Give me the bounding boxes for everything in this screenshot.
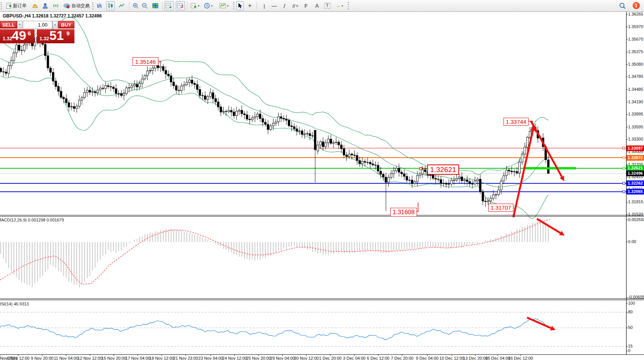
vertical-line-tool-button[interactable]: | xyxy=(261,1,267,10)
macd-label: MACD(12,26,9) 0.001298 0.001679 xyxy=(0,218,64,222)
new-chart-button[interactable]: ▾ xyxy=(190,1,200,10)
auto-scroll-icon xyxy=(166,3,172,9)
price-axis-tick: 1.33895 xyxy=(628,112,643,116)
rsi-axis-tick: 15 xyxy=(628,344,633,348)
new-order-label: 新订单 xyxy=(13,3,27,9)
bar-chart-mode-button[interactable] xyxy=(96,1,103,10)
price-axis-tick: 1.33595 xyxy=(628,125,643,129)
chart-shift-icon xyxy=(177,3,184,9)
toolbar-separator xyxy=(129,2,130,10)
date-axis-label: 10 Dec 12:00 xyxy=(439,356,464,360)
alerts-button[interactable] xyxy=(52,1,60,10)
channel-tool-button[interactable]: // E xyxy=(291,1,300,10)
candlestick-mode-button[interactable] xyxy=(106,1,115,10)
cursor-tool-button[interactable] xyxy=(236,1,244,10)
search-icon xyxy=(619,2,626,9)
arrows-tool-button[interactable]: → ▾ xyxy=(334,1,345,10)
sell-price-box[interactable]: 1.32 49 6 xyxy=(0,29,35,43)
candlestick-icon xyxy=(107,3,114,9)
buy-price-box[interactable]: 1.32 51 9 xyxy=(37,29,74,43)
toolbar-separator xyxy=(187,2,188,10)
macd-axis-tick: 0.002592 xyxy=(628,217,644,222)
toolbar-grip[interactable] xyxy=(348,2,350,9)
clock-icon xyxy=(204,3,210,9)
new-order-icon xyxy=(6,3,12,9)
autotrading-button[interactable]: 自动交易 xyxy=(63,1,90,10)
price-annotation[interactable]: 1.31608 xyxy=(390,208,417,217)
macd-name: MACD(12,26,9) xyxy=(0,218,27,222)
market-watch-button[interactable] xyxy=(31,1,39,10)
date-axis-label: 23 Nov 04:00 xyxy=(198,356,223,360)
profiles-button[interactable]: ▾ xyxy=(203,1,213,10)
zoom-in-button[interactable] xyxy=(132,1,140,10)
macd-main-value: 0.001298 xyxy=(28,218,45,222)
indicators-icon xyxy=(219,3,226,9)
fibonacci-tool-button[interactable]: F xyxy=(302,1,310,10)
bar-chart-icon xyxy=(96,3,103,9)
new-order-button[interactable]: 新订单 xyxy=(5,1,27,10)
horizontal-line-tool-button[interactable]: — xyxy=(270,1,278,10)
person-icon xyxy=(42,3,48,9)
cursor-icon xyxy=(237,3,243,9)
rsi-label: RSI(14) 46.9313 xyxy=(0,302,29,306)
chart-canvas[interactable] xyxy=(0,11,644,362)
search-button[interactable] xyxy=(618,1,627,10)
broadcast-icon xyxy=(53,3,59,9)
rsi-axis-tick: 80 xyxy=(628,310,633,314)
text-tool-button[interactable]: A xyxy=(314,1,320,10)
chevron-down-icon: ▾ xyxy=(227,4,229,8)
autotrading-icon xyxy=(63,3,70,9)
toolbar-grip[interactable] xyxy=(233,2,235,9)
mt4-terminal: { "toolbar": { "new_order_label": "新订单",… xyxy=(0,0,644,362)
volume-increase-button[interactable]: ▲ xyxy=(52,21,58,28)
toolbar-separator xyxy=(257,2,257,10)
price-axis-tick: 1.35970 xyxy=(628,24,643,29)
zoom-out-button[interactable] xyxy=(141,1,149,10)
trendline-tool-button[interactable]: / xyxy=(281,1,288,10)
price-annotation[interactable]: 1.32621 xyxy=(427,164,459,175)
sell-button[interactable]: SELL xyxy=(0,21,17,28)
toolbar-grip[interactable] xyxy=(92,2,95,9)
auto-scroll-button[interactable] xyxy=(164,1,174,10)
notification-badge[interactable]: 1 xyxy=(633,2,640,9)
buy-price-big: 51 xyxy=(49,28,64,43)
price-axis-tick: 1.31815 xyxy=(628,199,643,204)
chart-shift-button[interactable] xyxy=(176,1,185,10)
toolbar-grip[interactable] xyxy=(1,2,3,9)
volume-decrease-button[interactable]: ▼ xyxy=(17,21,22,28)
date-axis-label: 12 Nov 12:00 xyxy=(77,356,102,360)
date-axis-label: 9 Dec 04:00 xyxy=(416,356,438,360)
line-chart-mode-button[interactable] xyxy=(118,1,126,10)
zoom-out-icon xyxy=(142,3,148,9)
autotrading-label: 自动交易 xyxy=(71,3,90,9)
channel-sub-label: E xyxy=(296,4,298,8)
line-chart-icon xyxy=(119,3,125,9)
price-annotation[interactable]: 1.33744 xyxy=(504,118,529,126)
date-axis-label: 8 Nov 12:00 xyxy=(7,356,29,360)
chevron-down-icon: ▾ xyxy=(341,4,343,8)
price-annotation[interactable]: 1.35146 xyxy=(133,57,158,66)
horizontal-line-icon: — xyxy=(272,3,277,9)
price-axis-tick: 1.35670 xyxy=(628,37,643,41)
date-axis-label: 24 Nov 12:00 xyxy=(222,356,247,360)
price-axis-tick: 1.33300 xyxy=(628,137,643,141)
sell-price-big: 49 xyxy=(12,28,26,43)
indicators-button[interactable]: ▾ xyxy=(219,1,229,10)
buy-button[interactable]: BUY xyxy=(58,21,74,28)
date-axis-label: 6 Dec 12:00 xyxy=(367,356,389,360)
volume-input[interactable] xyxy=(23,21,52,28)
date-axis-label: 15 Nov 20:00 xyxy=(101,356,126,360)
price-annotation[interactable]: 1.31707 xyxy=(488,204,513,212)
new-chart-icon xyxy=(191,3,197,9)
price-axis-tick: 1.31520 xyxy=(628,212,643,217)
price-axis-tick: 1.34190 xyxy=(628,100,643,104)
buy-price-sup: 9 xyxy=(66,30,69,36)
rsi-axis-tick: 50 xyxy=(628,325,633,330)
crosshair-tool-button[interactable]: + xyxy=(246,1,254,10)
price-level-badge: 1.33097 xyxy=(627,145,644,151)
contacts-button[interactable] xyxy=(41,1,49,10)
text-tool-icon: A xyxy=(315,3,319,9)
label-tool-button[interactable]: T xyxy=(324,1,331,10)
zoom-in-icon xyxy=(133,3,139,9)
tile-windows-button[interactable] xyxy=(152,1,159,10)
